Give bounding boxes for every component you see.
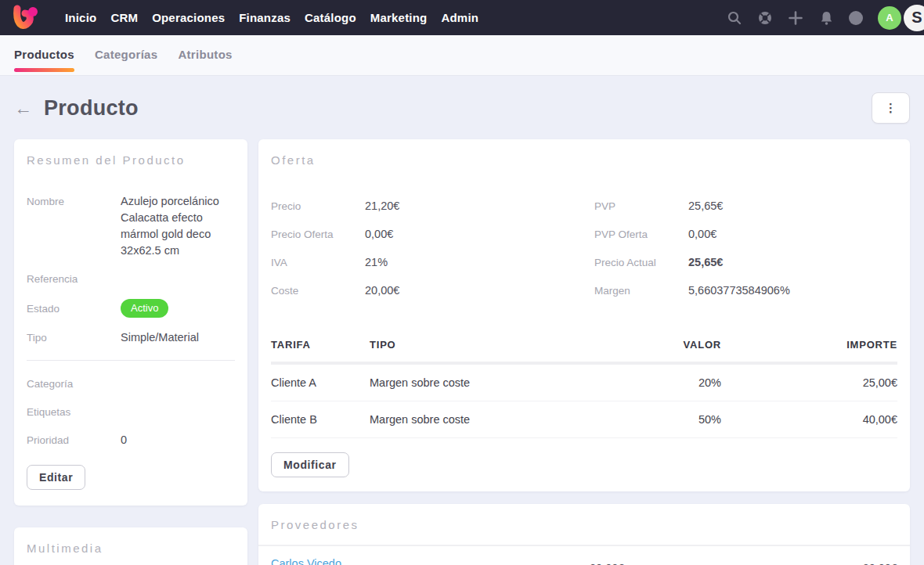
page-title: Producto xyxy=(44,96,139,121)
help-icon[interactable] xyxy=(757,10,773,26)
field-margen: Margen 5,6603773584906% xyxy=(594,282,897,299)
field-value: Azulejo porcelánico Calacatta efecto már… xyxy=(121,193,235,259)
field-tipo: Tipo Simple/Material xyxy=(27,329,235,346)
column-header-tarifa: TARIFA xyxy=(271,329,370,363)
field-value: 21% xyxy=(365,254,388,271)
field-value: 0 xyxy=(121,432,127,448)
field-label: Etiquetas xyxy=(27,404,121,420)
search-icon[interactable] xyxy=(727,10,742,26)
field-value: 0,00€ xyxy=(688,226,716,243)
field-label: Precio Oferta xyxy=(271,226,365,243)
providers-card-title: Proveedores xyxy=(271,518,897,531)
page-header: ← Producto ⋮ xyxy=(14,92,910,124)
provider-cost: 20,00€ xyxy=(590,556,624,565)
field-label: IVA xyxy=(271,254,365,271)
cell-tarifa: Cliente A xyxy=(271,363,370,401)
brand-logo-icon[interactable] xyxy=(9,5,41,31)
table-row[interactable]: Cliente B Margen sobre coste 50% 40,00€ xyxy=(271,401,897,438)
field-iva: IVA 21% xyxy=(271,254,594,271)
field-value: 5,6603773584906% xyxy=(688,282,790,299)
field-label: Tipo xyxy=(27,329,121,346)
field-value: Simple/Material xyxy=(121,329,199,346)
provider-amount: 20,00€ xyxy=(863,556,897,565)
field-label: Categoría xyxy=(27,376,121,392)
kebab-icon: ⋮ xyxy=(885,101,897,115)
field-etiquetas: Etiquetas xyxy=(27,404,235,420)
field-label: PVP xyxy=(594,198,688,214)
cell-importe: 40,00€ xyxy=(721,401,897,438)
providers-card: Proveedores Carlos Vicedo Ferrándiz 20,0… xyxy=(258,504,910,565)
top-navbar: Inicio CRM Operaciones Finanzas Catálogo… xyxy=(0,0,924,35)
cell-tarifa: Cliente B xyxy=(271,401,370,438)
field-precio: Precio 21,20€ xyxy=(271,198,594,214)
tab-productos[interactable]: Productos xyxy=(14,35,74,76)
multimedia-card-title: Multimedia xyxy=(27,542,235,555)
divider xyxy=(27,360,235,361)
table-row[interactable]: Cliente A Margen sobre coste 20% 25,00€ xyxy=(271,363,897,401)
field-prioridad: Prioridad 0 xyxy=(27,432,235,448)
cell-tipo: Margen sobre coste xyxy=(370,401,608,438)
provider-row: Carlos Vicedo Ferrándiz 20,00€ 20,00€ xyxy=(258,546,910,565)
widget-avatar[interactable]: S xyxy=(904,5,924,31)
field-nombre: Nombre Azulejo porcelánico Calacatta efe… xyxy=(27,193,235,259)
field-label: Coste xyxy=(271,282,365,299)
nav-item-admin[interactable]: Admin xyxy=(434,11,485,24)
field-value: 0,00€ xyxy=(365,226,393,243)
field-label: Margen xyxy=(594,282,688,299)
back-arrow-icon[interactable]: ← xyxy=(14,99,32,117)
field-precio-actual: Precio Actual 25,65€ xyxy=(594,254,897,271)
table-header-row: TARIFA TIPO VALOR IMPORTE xyxy=(271,329,897,363)
column-header-valor: VALOR xyxy=(608,329,721,363)
tab-categorias[interactable]: Categorías xyxy=(95,35,158,76)
field-value: 25,65€ xyxy=(688,198,723,214)
field-label: Precio xyxy=(271,198,365,214)
offer-card: Oferta Precio 21,20€ Precio Oferta 0,00€… xyxy=(258,139,910,491)
cell-tipo: Margen sobre coste xyxy=(370,363,608,401)
edit-button[interactable]: Editar xyxy=(27,465,85,490)
plus-icon[interactable] xyxy=(788,10,803,26)
nav-item-inicio[interactable]: Inicio xyxy=(58,11,103,24)
provider-link[interactable]: Carlos Vicedo Ferrándiz xyxy=(271,556,369,565)
section-tabbar: Productos Categorías Atributos xyxy=(0,35,924,76)
page-content: ← Producto ⋮ Resumen del Producto Nombre… xyxy=(0,92,924,565)
presence-dot-icon[interactable] xyxy=(849,11,863,25)
navbar-actions: A S xyxy=(727,5,916,31)
field-categoria: Categoría xyxy=(27,376,235,392)
main-nav: Inicio CRM Operaciones Finanzas Catálogo… xyxy=(58,11,485,24)
field-value: 20,00€ xyxy=(365,282,399,299)
status-badge: Activo xyxy=(121,299,168,318)
page-menu-button[interactable]: ⋮ xyxy=(872,92,910,124)
tarifa-table: TARIFA TIPO VALOR IMPORTE Cliente A Marg… xyxy=(271,329,897,438)
column-header-importe: IMPORTE xyxy=(721,329,897,363)
user-avatar[interactable]: A xyxy=(878,6,901,30)
tab-atributos[interactable]: Atributos xyxy=(178,35,232,76)
field-label: Estado xyxy=(27,300,121,317)
field-label: Precio Actual xyxy=(594,254,688,271)
nav-item-finanzas[interactable]: Finanzas xyxy=(232,11,298,24)
field-label: PVP Oferta xyxy=(594,226,688,243)
cell-valor: 20% xyxy=(608,363,721,401)
cell-valor: 50% xyxy=(608,401,721,438)
nav-item-crm[interactable]: CRM xyxy=(103,11,145,24)
multimedia-card: Multimedia xyxy=(14,527,247,565)
bell-icon[interactable] xyxy=(818,10,834,26)
field-label: Nombre xyxy=(27,193,121,259)
column-header-tipo: TIPO xyxy=(370,329,608,363)
modify-button[interactable]: Modificar xyxy=(271,452,349,477)
cell-importe: 25,00€ xyxy=(721,363,897,401)
field-referencia: Referencia xyxy=(27,271,235,287)
field-coste: Coste 20,00€ xyxy=(271,282,594,299)
field-precio-oferta: Precio Oferta 0,00€ xyxy=(271,226,594,243)
field-pvp-oferta: PVP Oferta 0,00€ xyxy=(594,226,897,243)
field-estado: Estado Activo xyxy=(27,299,235,318)
field-value: 25,65€ xyxy=(688,254,723,271)
field-pvp: PVP 25,65€ xyxy=(594,198,897,214)
field-value: 21,20€ xyxy=(365,198,399,214)
nav-item-catalogo[interactable]: Catálogo xyxy=(298,11,363,24)
field-label: Prioridad xyxy=(27,432,121,448)
product-summary-card: Resumen del Producto Nombre Azulejo porc… xyxy=(14,139,247,506)
nav-item-operaciones[interactable]: Operaciones xyxy=(145,11,232,24)
field-label: Referencia xyxy=(27,271,121,287)
nav-item-marketing[interactable]: Marketing xyxy=(363,11,435,24)
offer-card-title: Oferta xyxy=(271,153,897,167)
